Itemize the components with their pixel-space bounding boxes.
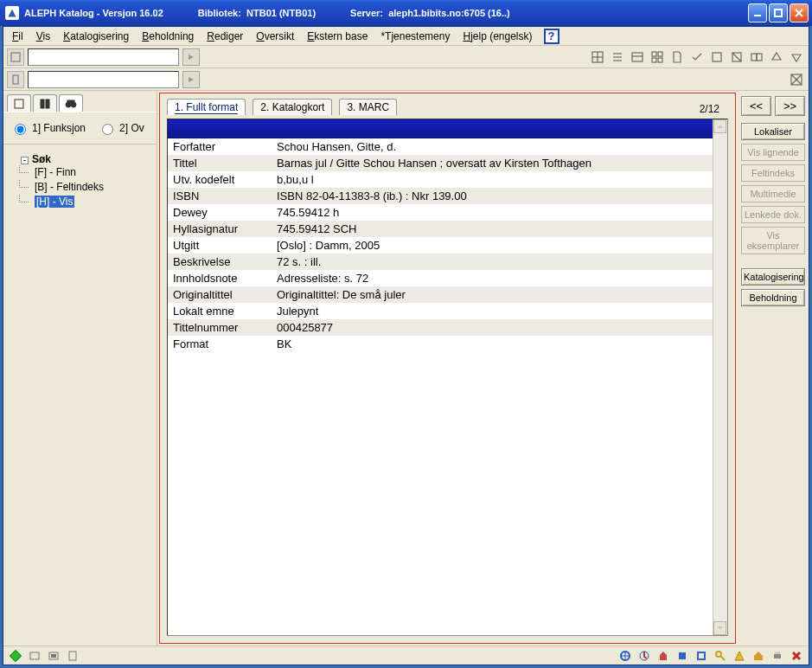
record-row[interactable]: InnholdsnoteAdresseliste: s. 72: [168, 270, 713, 286]
record-row[interactable]: ISBNISBN 82-04-11383-8 (ib.) : Nkr 139.0…: [168, 188, 713, 204]
status-home-icon[interactable]: [751, 649, 765, 663]
ico-boxes[interactable]: [748, 48, 765, 66]
ico-up[interactable]: [768, 48, 785, 66]
menu-fil[interactable]: Fil: [7, 29, 29, 44]
minimize-button[interactable]: [748, 3, 767, 22]
svg-rect-28: [46, 100, 49, 108]
ico-box1[interactable]: [708, 48, 726, 66]
toolbar2-input[interactable]: [28, 71, 179, 88]
menu-hjelp[interactable]: Hjelp (engelsk): [457, 29, 537, 44]
tree-node-finn[interactable]: [F] - Finn: [10, 165, 150, 180]
radio-ov[interactable]: 2] Ov: [98, 121, 144, 135]
status-print-icon[interactable]: [770, 649, 784, 663]
svg-rect-40: [660, 655, 667, 660]
toolbar1-input[interactable]: [28, 48, 179, 66]
ico-check[interactable]: [688, 48, 706, 66]
tree-node-feltindeks[interactable]: [B] - Feltindeks: [10, 180, 150, 195]
toolbar2-icon[interactable]: [7, 71, 24, 88]
ico-table[interactable]: [629, 48, 646, 66]
record-row[interactable]: Beskrivelse72 s. : ill.: [168, 254, 713, 270]
vis-lignende-button[interactable]: Vis lignende: [741, 144, 805, 161]
ico-cards[interactable]: [649, 48, 666, 66]
status-r-2[interactable]: [637, 649, 651, 663]
menu-rediger[interactable]: Rediger: [201, 29, 248, 44]
status-key-icon[interactable]: [713, 649, 727, 663]
toolbar1-go-button[interactable]: [182, 48, 200, 66]
tab-fullt-format[interactable]: 1. Fullt format: [167, 99, 246, 115]
close-button[interactable]: [790, 3, 809, 22]
vis-eksemplarer-button[interactable]: Vis eksemplarer: [741, 227, 805, 254]
katalogisering-button[interactable]: Katalogisering: [741, 268, 805, 286]
record-row[interactable]: Dewey745.59412 h: [168, 204, 713, 221]
record-row[interactable]: Lokalt emneJulepynt: [168, 303, 713, 319]
record-row[interactable]: Utv. kodefeltb,bu,u l: [168, 171, 713, 188]
tab-katalogkort[interactable]: 2. Katalogkort: [253, 99, 332, 115]
lenkede-dok-button[interactable]: Lenkede dok.: [741, 206, 805, 223]
status-r-1[interactable]: [618, 649, 632, 663]
status-warn-icon[interactable]: [732, 649, 746, 663]
svg-rect-41: [679, 652, 686, 659]
left-tab-1[interactable]: [7, 94, 31, 112]
menu-vis[interactable]: Vis: [31, 29, 55, 44]
ico-list[interactable]: [609, 48, 626, 66]
next-record-button[interactable]: >>: [775, 96, 805, 116]
prev-record-button[interactable]: <<: [741, 96, 771, 116]
svg-rect-45: [774, 654, 781, 658]
record-field-label: ISBN: [168, 188, 272, 204]
svg-rect-17: [713, 53, 721, 61]
beholdning-button[interactable]: Beholdning: [741, 289, 805, 306]
ico-box2[interactable]: [728, 48, 745, 66]
vertical-scrollbar[interactable]: [713, 119, 727, 635]
title-bar: ALEPH Katalog - Versjon 16.02 Bibliotek:…: [0, 0, 812, 26]
record-row[interactable]: TittelBarnas jul / Gitte Schou Hansen ; …: [168, 155, 713, 171]
svg-rect-42: [698, 652, 705, 659]
maximize-button[interactable]: [769, 3, 788, 22]
toolbar1-icon[interactable]: [7, 48, 24, 66]
tab-marc[interactable]: 3. MARC: [339, 99, 397, 115]
record-field-label: Hyllasignatur: [168, 221, 272, 237]
menu-katalogisering[interactable]: Katalogisering: [58, 29, 134, 44]
multimedie-button[interactable]: Multimedie: [741, 185, 805, 202]
scroll-up-arrow[interactable]: [713, 119, 726, 133]
tree-node-vis[interactable]: [H] - Vis: [10, 195, 150, 209]
menu-oversikt[interactable]: Oversikt: [251, 29, 299, 44]
toolbar2-go-button[interactable]: [182, 71, 200, 88]
left-tab-2[interactable]: [33, 94, 57, 112]
status-exit-icon[interactable]: [790, 649, 803, 663]
ico-doc[interactable]: [668, 48, 686, 66]
status-r-5[interactable]: [694, 649, 708, 663]
feltindeks-button[interactable]: Feltindeks: [741, 164, 805, 182]
radio-funksjon[interactable]: 1] Funksjon: [10, 121, 86, 135]
tree-root-sok[interactable]: -Søk: [10, 153, 150, 165]
record-field-label: Innholdsnote: [168, 270, 272, 286]
menu-ekstern-base[interactable]: Ekstern base: [302, 29, 373, 44]
collapse-icon[interactable]: -: [21, 157, 29, 164]
record-row[interactable]: ForfatterSchou Hansen, Gitte, d.: [168, 138, 713, 155]
ico-grid[interactable]: [589, 48, 606, 66]
record-row[interactable]: Utgitt[Oslo] : Damm, 2005: [168, 237, 713, 254]
record-row[interactable]: FormatBK: [168, 336, 713, 352]
record-header-bar: [168, 119, 713, 138]
record-field-value: Adresseliste: s. 72: [272, 270, 713, 286]
status-r-4[interactable]: [675, 649, 689, 663]
record-field-value: b,bu,u l: [272, 171, 713, 188]
status-r-3[interactable]: [656, 649, 670, 663]
toolbar2-right-icon[interactable]: [788, 71, 805, 88]
svg-rect-35: [69, 652, 76, 660]
left-pane: 1] Funksjon 2] Ov -Søk [F] - Finn [B] - …: [3, 91, 157, 646]
menu-beholdning[interactable]: Beholdning: [137, 29, 199, 44]
record-field-label: Utgitt: [168, 237, 272, 254]
record-field-value: ISBN 82-04-11383-8 (ib.) : Nkr 139.00: [272, 188, 713, 204]
record-row[interactable]: Tittelnummer000425877: [168, 319, 713, 336]
ico-down[interactable]: [788, 48, 805, 66]
lokaliser-button[interactable]: Lokaliser: [741, 123, 805, 140]
help-icon[interactable]: ?: [544, 29, 559, 44]
svg-rect-22: [13, 75, 18, 84]
record-row[interactable]: Hyllasignatur745.59412 SCH: [168, 221, 713, 237]
left-tab-3-binoculars[interactable]: [59, 94, 83, 112]
scroll-down-arrow[interactable]: [713, 621, 726, 635]
record-field-value: 745.59412 SCH: [272, 221, 713, 237]
right-button-column: << >> Lokaliser Vis lignende Feltindeks …: [738, 91, 809, 646]
menu-tjenestemeny[interactable]: *Tjenestemeny: [375, 29, 455, 44]
record-row[interactable]: OriginaltittelOriginaltittel: De små jul…: [168, 286, 713, 303]
